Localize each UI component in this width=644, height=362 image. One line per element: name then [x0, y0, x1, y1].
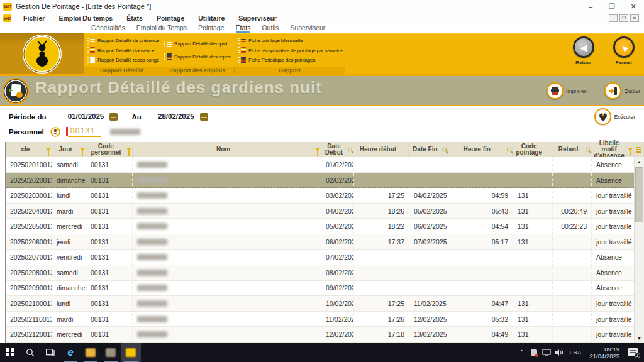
menu-item-etats[interactable]: États	[119, 14, 150, 22]
table-row[interactable]: 2025020400131mardi0013104/02/202518:2605…	[6, 204, 644, 219]
tab-outils[interactable]: Outils	[262, 24, 279, 33]
filter-icon[interactable]	[315, 148, 320, 151]
start-button[interactable]	[0, 343, 20, 362]
column-header-code-pointage[interactable]: Code pointage	[513, 142, 552, 157]
ribbon-button-rapport-detaille-de-presence[interactable]: Rapport Détaillé de présence	[87, 38, 160, 44]
cell-date-debut: 06/02/2025	[321, 234, 354, 250]
vertical-scrollbar[interactable]: ▲ ▼	[634, 157, 644, 343]
column-menu-icon[interactable]	[636, 147, 641, 153]
tab-emploi-du-temps[interactable]: Emploi du Temps	[136, 24, 187, 33]
column-header-date-fin[interactable]: Date Fin	[409, 142, 448, 157]
menu-item-fichier[interactable]: Fichier	[16, 14, 52, 22]
date-to-field[interactable]: 28/02/2025	[154, 112, 198, 121]
mdi-minimize-button[interactable]: _	[609, 14, 618, 22]
cell-date-fin: 13/02/2025	[409, 327, 448, 342]
menu-item-emploi-du-temps[interactable]: Emploi Du temps	[52, 14, 119, 22]
table-row[interactable]: 2025020500131mercredi0013105/02/202518:2…	[6, 219, 644, 234]
column-header-code-personnel[interactable]: Code personnel	[86, 142, 133, 157]
personnel-code-field[interactable]: 00131	[68, 126, 102, 137]
print-button[interactable]: Imprimer	[547, 82, 587, 99]
ribbon-button-fiche-recapitulative-de-pointage-par-semaine[interactable]: Fiche récapitulative de pointage par sem…	[238, 47, 345, 53]
column-header-retard[interactable]: Retard	[552, 142, 591, 157]
column-header-heure-fin[interactable]: Heure fin	[448, 142, 513, 157]
column-header-jour[interactable]: Jour	[52, 142, 86, 157]
list-white-icon	[164, 41, 172, 47]
tray-chevron-icon[interactable]: ⌃	[516, 343, 527, 362]
menu-items: FichierEmploi Du tempsÉtatsPointageUtili…	[16, 14, 284, 22]
table-row[interactable]: 2025020700131vendredi0013107/02/2025Abse…	[6, 250, 644, 265]
column-header-libelle-motif[interactable]: Libelle motif d'absence	[591, 142, 634, 157]
ribbon-button-rapport-detaille-d-emploi[interactable]: Rapport Détaillé d'emploi	[164, 41, 235, 47]
language-indicator[interactable]: FRA	[566, 349, 584, 356]
internet-explorer-icon[interactable]: e	[60, 343, 80, 362]
filter-icon[interactable]	[46, 148, 51, 151]
menu-item-pointage[interactable]: Pointage	[150, 14, 191, 22]
notification-badge: 1	[635, 353, 640, 358]
search-icon[interactable]	[348, 148, 352, 152]
taskbar-active-app-icon[interactable]	[121, 343, 141, 362]
quit-button[interactable]: Quitter	[604, 82, 640, 99]
calendar-icon[interactable]	[200, 113, 208, 121]
search-icon[interactable]	[586, 148, 590, 152]
table-row[interactable]: 2025021100131mardi0013111/02/202517:2612…	[6, 312, 644, 327]
scroll-up-arrow[interactable]: ▲	[635, 157, 644, 166]
task-view-icon[interactable]	[40, 343, 60, 362]
cell-nom	[133, 250, 321, 265]
scrollbar-thumb[interactable]	[635, 167, 643, 222]
filter-icon[interactable]	[80, 148, 85, 151]
cell-heure-fin: 05:32	[448, 312, 513, 327]
tab-superviseur[interactable]: Superviseur	[290, 24, 325, 33]
filter-icon[interactable]	[628, 148, 633, 151]
date-from-field[interactable]: 01/01/2025	[64, 112, 108, 121]
taskbar-app-icon[interactable]	[101, 343, 121, 362]
taskbar-app-icon[interactable]	[80, 343, 101, 362]
ribbon-close-button[interactable]: ▲ Fermer	[609, 36, 639, 65]
table-row[interactable]: 2025020600131jeudi0013106/02/202517:3707…	[6, 234, 644, 250]
filter-icon[interactable]	[126, 148, 131, 151]
column-header-date-debut[interactable]: Date Début	[321, 142, 354, 157]
restore-button[interactable]: ❐	[601, 0, 623, 13]
tab-etats[interactable]: États	[236, 24, 251, 33]
table-row[interactable]: 2025020900131dimanche0013109/02/2025Abse…	[6, 281, 644, 297]
table-row[interactable]: 2025021200131mercredi0013112/02/202517:1…	[6, 327, 644, 343]
column-header-cle[interactable]: cle	[6, 142, 52, 157]
scroll-down-arrow[interactable]: ▼	[635, 334, 644, 343]
search-icon[interactable]	[507, 148, 511, 152]
calendar-icon[interactable]	[109, 113, 118, 121]
person-icon[interactable]	[50, 127, 60, 137]
tab-generalites[interactable]: Généralités	[91, 24, 125, 33]
notification-center-icon[interactable]: 1	[628, 348, 638, 356]
close-button[interactable]: ✕	[623, 0, 644, 13]
cell-code-personnel: 00131	[86, 281, 133, 296]
mdi-close-button[interactable]: ✕	[630, 14, 639, 22]
ribbon-button-fiche-pointage-mensuelle[interactable]: Fiche pointage Mensuelle	[238, 38, 345, 44]
tray-alert-icon[interactable]	[528, 343, 540, 362]
cell-jour: lundi	[52, 188, 86, 203]
column-menu-corner[interactable]	[634, 142, 644, 157]
column-header-nom[interactable]: Nom	[133, 142, 321, 157]
back-button[interactable]: ◀ Retour	[569, 36, 599, 65]
search-icon[interactable]	[442, 148, 447, 152]
column-header-heure-debut[interactable]: Heure début	[353, 142, 409, 157]
network-icon[interactable]	[541, 343, 552, 362]
ribbon-button-rapport-detaille-recap-conge[interactable]: Rapport Détaillé recap congé	[87, 57, 160, 63]
cell-code-pointage: 131	[513, 312, 553, 327]
clock[interactable]: 09:19 21/04/2025	[586, 346, 623, 359]
volume-icon[interactable]	[553, 343, 565, 362]
ribbon-button-fiche-periodique-des-pointages[interactable]: Fiche Periodique des pointages	[238, 57, 345, 63]
table-row[interactable]: 2025020200131dimanche0013102/02/2025Abse…	[6, 173, 644, 189]
table-row[interactable]: 2025020100131samedi0013101/02/2025Absenc…	[6, 157, 644, 173]
mdi-restore-button[interactable]: ❐	[619, 14, 628, 22]
page-header: Rapport Détaillé des gardiens nuit Impri…	[0, 74, 644, 106]
search-icon[interactable]	[20, 343, 40, 362]
menu-item-superviseur[interactable]: Superviseur	[231, 14, 284, 22]
ribbon-button-rapport-detaille-d-absence[interactable]: Rapport Détaillé d'absence	[87, 47, 160, 53]
table-row[interactable]: 2025021000131lundi0013110/02/202517:2511…	[6, 296, 644, 312]
minimize-button[interactable]: –	[580, 0, 601, 13]
table-row[interactable]: 2025020800131samedi0013108/02/2025Absenc…	[6, 265, 644, 281]
table-row[interactable]: 2025020300131lundi0013103/02/202517:2504…	[6, 188, 644, 204]
tab-pointage[interactable]: Pointage	[198, 24, 224, 33]
execute-button[interactable]: Exécuter	[594, 108, 635, 125]
menu-item-utilitaire[interactable]: Utilitaire	[191, 14, 231, 22]
ribbon-button-rapport-detaille-des-repos[interactable]: Rapport Détaillé des repos	[164, 53, 235, 60]
